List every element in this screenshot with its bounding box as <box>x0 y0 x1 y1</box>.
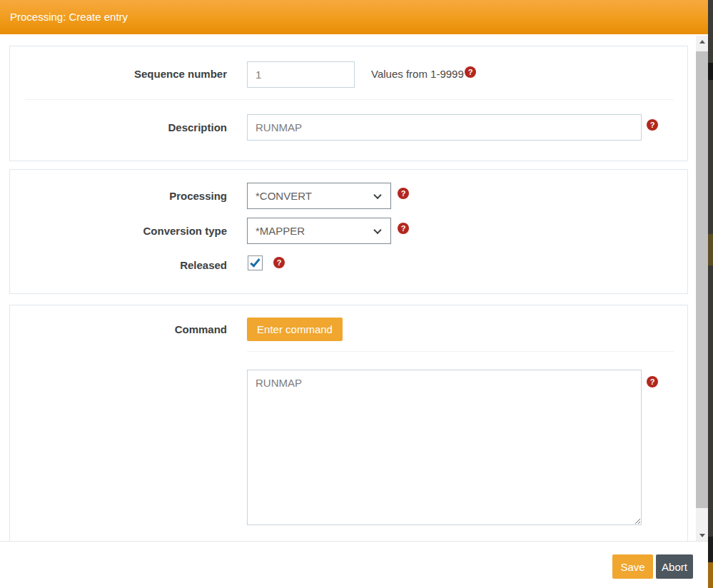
command-textarea[interactable]: RUNMAP <box>247 370 642 525</box>
description-input[interactable] <box>247 114 642 141</box>
dialog-titlebar: Processing: Create entry <box>0 0 708 34</box>
scrollbar-thumb[interactable] <box>696 51 708 508</box>
help-icon[interactable]: ? <box>647 119 658 131</box>
form-scroll-area: Sequence number Values from 1-9999 ? Des… <box>0 34 708 542</box>
conversion-type-select-value: *MAPPER <box>256 225 305 237</box>
divider <box>25 99 674 100</box>
scroll-down-button[interactable] <box>696 529 708 542</box>
processing-label: Processing <box>9 189 227 203</box>
help-icon[interactable]: ? <box>647 376 658 387</box>
sequence-number-input[interactable] <box>247 61 355 88</box>
enter-command-button[interactable]: Enter command <box>247 318 343 341</box>
triangle-up-icon <box>699 40 705 44</box>
sequence-range-hint: Values from 1-9999 <box>371 67 464 81</box>
abort-button[interactable]: Abort <box>656 554 693 579</box>
divider <box>247 351 674 352</box>
help-icon[interactable]: ? <box>465 66 476 78</box>
chevron-down-icon <box>373 225 381 233</box>
conversion-type-select[interactable]: *MAPPER <box>247 218 391 244</box>
vertical-scrollbar <box>696 36 708 542</box>
scroll-up-button[interactable] <box>696 36 708 48</box>
released-label: Released <box>9 258 227 273</box>
help-icon[interactable]: ? <box>398 188 409 199</box>
processing-select-value: *CONVERT <box>256 190 312 202</box>
dialog-footer: Save Abort <box>0 542 708 588</box>
sequence-number-label: Sequence number <box>9 67 227 81</box>
command-label: Command <box>9 323 227 337</box>
triangle-down-icon <box>699 534 705 537</box>
help-icon[interactable]: ? <box>273 257 285 268</box>
checkmark-icon <box>250 256 260 267</box>
save-button[interactable]: Save <box>612 554 653 579</box>
dialog: Processing: Create entry Sequence number… <box>0 0 713 588</box>
processing-select[interactable]: *CONVERT <box>247 183 391 209</box>
conversion-type-label: Conversion type <box>9 224 227 238</box>
dialog-title: Processing: Create entry <box>10 11 128 23</box>
chevron-down-icon <box>373 191 381 198</box>
help-icon[interactable]: ? <box>398 223 409 234</box>
description-label: Description <box>9 121 227 135</box>
background-page-edge <box>708 0 713 588</box>
released-checkbox[interactable] <box>248 255 263 270</box>
